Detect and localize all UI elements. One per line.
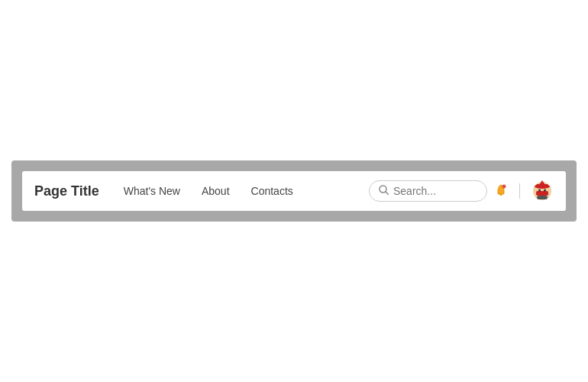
page-title: Page Title [34, 183, 99, 199]
nav-item-contacts[interactable]: Contacts [251, 185, 293, 197]
divider [519, 183, 520, 199]
svg-point-10 [544, 189, 546, 192]
nav-right [369, 180, 554, 202]
search-icon [379, 185, 389, 197]
search-container[interactable] [369, 180, 487, 202]
bell-wrapper[interactable] [493, 183, 509, 199]
search-input[interactable] [393, 185, 477, 197]
nav-item-about[interactable]: About [202, 185, 230, 197]
svg-rect-8 [536, 191, 548, 196]
svg-rect-2 [500, 194, 502, 196]
avatar-icon[interactable] [531, 180, 554, 202]
svg-point-3 [502, 185, 506, 189]
svg-rect-11 [537, 196, 548, 199]
svg-point-9 [538, 189, 541, 192]
avatar-image [531, 180, 553, 202]
nav-item-whats-new[interactable]: What's New [124, 185, 180, 197]
nav-links: What's New About Contacts [124, 185, 369, 197]
navbar: Page Title What's New About Contacts [22, 171, 566, 211]
svg-line-1 [386, 192, 389, 195]
bell-icon [493, 183, 509, 199]
outer-wrapper: Page Title What's New About Contacts [11, 160, 577, 222]
